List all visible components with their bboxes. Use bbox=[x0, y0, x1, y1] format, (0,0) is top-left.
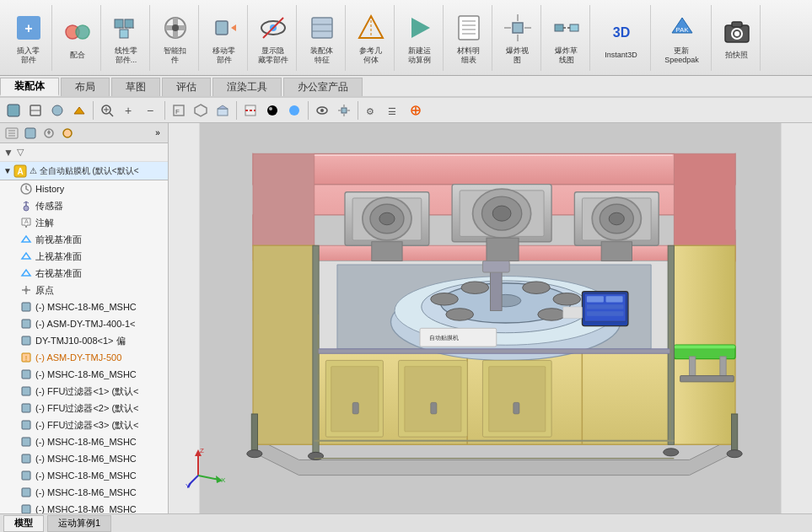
tree-item-history[interactable]: History bbox=[0, 180, 168, 197]
svg-rect-184 bbox=[587, 311, 624, 315]
svg-rect-41 bbox=[732, 22, 742, 27]
svg-point-198 bbox=[247, 450, 262, 458]
toolbar-label: 配合 bbox=[70, 51, 85, 60]
svg-text:+: + bbox=[24, 21, 32, 35]
sec-render[interactable] bbox=[262, 100, 282, 121]
front-plane-icon bbox=[19, 232, 34, 247]
tree-item-part-10[interactable]: (-) MSHC-18-M6_MSHC bbox=[0, 450, 168, 467]
tree-item-part-5[interactable]: (-) MSHC-18-M6_MSHC bbox=[0, 366, 168, 383]
toolbar-show-hide[interactable]: 显示隐藏零部件 bbox=[250, 5, 297, 71]
sec-display-style[interactable] bbox=[212, 100, 233, 121]
toolbar-label: 材料明细表 bbox=[457, 46, 480, 65]
part-label-10: (-) MSHC-18-M6_MSHC bbox=[35, 454, 137, 464]
tree-item-part-2[interactable]: (-) ASM-DY-TMJ-400-1< bbox=[0, 315, 168, 332]
tree-item-part-7[interactable]: (-) FFU过滤器<2> (默认< bbox=[0, 400, 168, 416]
tab-assembly[interactable]: 装配体 bbox=[0, 78, 59, 96]
bom-icon bbox=[452, 11, 486, 45]
toolbar-instant3d[interactable]: 3D Instant3D bbox=[592, 5, 651, 71]
tree-item-part-9[interactable]: (-) MSHC-18-M6_MSHC bbox=[0, 433, 168, 450]
tree-item-part-11[interactable]: (-) MSHC-18-M6_MSHC bbox=[0, 467, 168, 484]
tree-container[interactable]: History 传感器 A 注解 bbox=[0, 180, 168, 513]
sec-section-view[interactable] bbox=[240, 100, 261, 121]
tab-office[interactable]: 办公室产品 bbox=[283, 78, 363, 96]
panel-btn-display[interactable] bbox=[59, 125, 76, 142]
part-icon-7 bbox=[19, 400, 34, 416]
svg-point-45 bbox=[52, 105, 62, 116]
toolbar-label: 插入零部件 bbox=[17, 46, 40, 65]
toolbar-new-motion[interactable]: 新建运动算例 bbox=[396, 5, 444, 71]
sec-hide-show[interactable] bbox=[312, 100, 332, 121]
sec-view-front[interactable]: F bbox=[169, 100, 189, 121]
toolbar-assembly-feature[interactable]: 装配体特征 bbox=[298, 5, 346, 71]
toolbar-label: Instant3D bbox=[605, 51, 637, 60]
panel-expand-button[interactable]: » bbox=[151, 126, 164, 140]
panel-btn-config[interactable] bbox=[40, 125, 57, 142]
part-label-12: (-) MSHC-18-M6_MSHC bbox=[35, 487, 137, 497]
tree-item-top-plane[interactable]: 上视基准面 bbox=[0, 248, 168, 265]
part-label-1: (-) MSHC-18-M6_MSHC bbox=[35, 302, 137, 312]
svg-text:A: A bbox=[17, 167, 23, 176]
tree-item-part-8[interactable]: (-) FFU过滤器<3> (默认< bbox=[0, 416, 168, 433]
sec-zoom-in[interactable]: + bbox=[119, 100, 139, 121]
toolbar-linear-component[interactable]: 线性零部件... bbox=[103, 5, 150, 71]
tree-item-front-plane[interactable]: 前视基准面 bbox=[0, 231, 168, 248]
tree-item-part-13[interactable]: (-) MSHC-18-M6_MSHC bbox=[0, 501, 168, 513]
machine-3d-view[interactable]: 自动贴膜机 bbox=[169, 123, 812, 513]
svg-rect-98 bbox=[22, 370, 30, 379]
svg-rect-195 bbox=[731, 414, 737, 452]
toolbar-label: 参考几何体 bbox=[359, 46, 382, 65]
toolbar-insert-part[interactable]: + 插入零部件 bbox=[5, 5, 52, 71]
sec-view-3d[interactable] bbox=[191, 100, 211, 121]
mate-icon bbox=[61, 15, 94, 49]
tab-evaluate[interactable]: 评估 bbox=[162, 78, 211, 96]
panel-btn-property[interactable] bbox=[22, 125, 39, 142]
toolbar-explode-line[interactable]: 爆炸草线图 bbox=[543, 5, 590, 71]
sec-zoom-out[interactable]: − bbox=[141, 100, 161, 121]
snapshot-icon bbox=[720, 15, 754, 49]
tab-render[interactable]: 渲染工具 bbox=[212, 78, 282, 96]
sec-zoom-fit[interactable] bbox=[97, 100, 117, 121]
tab-layout[interactable]: 布局 bbox=[61, 78, 110, 96]
sec-extra-2[interactable]: ☰ bbox=[384, 100, 404, 121]
svg-rect-55 bbox=[218, 109, 228, 116]
toolbar-snapshot[interactable]: 拍快照 bbox=[713, 5, 761, 71]
sec-explode[interactable] bbox=[334, 100, 354, 121]
tree-item-part-6[interactable]: (-) FFU过滤器<1> (默认< bbox=[0, 383, 168, 400]
sec-btn-2[interactable] bbox=[25, 100, 46, 121]
viewport[interactable]: + − ✥ bbox=[169, 123, 812, 513]
sec-btn-3[interactable] bbox=[47, 100, 67, 121]
toolbar-move-component[interactable]: 移动零部件 bbox=[201, 5, 248, 71]
statusbar-tab-model[interactable]: 模型 bbox=[3, 515, 44, 532]
tree-item-part-12[interactable]: (-) MSHC-18-M6_MSHC bbox=[0, 484, 168, 501]
toolbar-ref-geometry[interactable]: 参考几何体 bbox=[347, 5, 395, 71]
statusbar-tab-motion[interactable]: 运动算例1 bbox=[47, 515, 111, 532]
toolbar-bom[interactable]: 材料明细表 bbox=[445, 5, 492, 71]
sec-colorize[interactable] bbox=[284, 100, 304, 121]
svg-rect-12 bbox=[216, 21, 228, 35]
tree-item-part-1[interactable]: (-) MSHC-18-M6_MSHC bbox=[0, 298, 168, 315]
svg-point-85 bbox=[24, 206, 29, 211]
toolbar-mate[interactable]: 配合 bbox=[54, 5, 101, 71]
tree-collapse-icon[interactable]: ▼ bbox=[3, 166, 12, 175]
tab-sketch[interactable]: 草图 bbox=[111, 78, 160, 96]
toolbar-speedpak[interactable]: PAK 更新Speedpak bbox=[653, 5, 712, 71]
toolbar-smart-fastener[interactable]: 智能扣件 bbox=[152, 5, 199, 71]
sec-btn-4[interactable] bbox=[69, 100, 89, 121]
panel-btn-feature-tree[interactable] bbox=[3, 125, 20, 142]
tree-item-origin[interactable]: 原点 bbox=[0, 282, 168, 298]
svg-rect-17 bbox=[312, 18, 332, 38]
tree-item-right-plane[interactable]: 右视基准面 bbox=[0, 265, 168, 282]
tree-item-annotation[interactable]: A 注解 bbox=[0, 214, 168, 231]
svg-rect-178 bbox=[514, 402, 519, 414]
tree-item-sensor[interactable]: 传感器 bbox=[0, 197, 168, 214]
tree-item-part-4[interactable]: ! (-) ASM-DY-TMJ-500 bbox=[0, 349, 168, 366]
sec-extra-3[interactable] bbox=[406, 100, 426, 121]
svg-point-147 bbox=[461, 282, 489, 294]
sec-btn-1[interactable] bbox=[3, 100, 24, 121]
svg-marker-54 bbox=[195, 105, 207, 116]
toolbar-exploded-view[interactable]: 爆炸视图 bbox=[494, 5, 541, 71]
sec-extra-1[interactable]: ⚙ bbox=[362, 100, 382, 121]
secondary-toolbar: + − F ⚙ ☰ bbox=[0, 98, 812, 123]
tree-item-part-3[interactable]: DY-TMJ10-008<1> 偏 bbox=[0, 332, 168, 349]
statusbar: 模型 运动算例1 bbox=[0, 513, 812, 532]
